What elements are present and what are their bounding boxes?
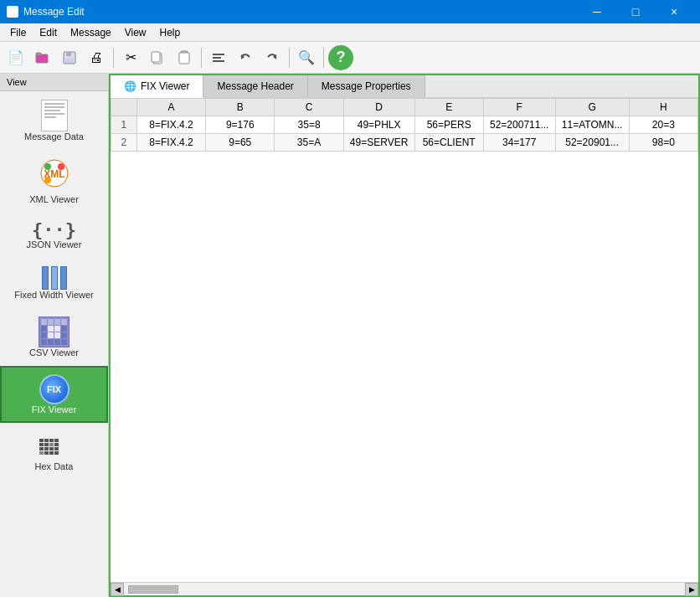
print-button[interactable]: 🖨 (84, 45, 109, 70)
svg-point-16 (44, 163, 51, 170)
col-a[interactable]: A (136, 99, 205, 116)
cell-r1-c4[interactable]: 56=CLIENT (414, 134, 483, 152)
svg-rect-3 (66, 52, 71, 56)
menu-edit[interactable]: Edit (33, 25, 64, 40)
csv-icon (39, 317, 69, 347)
sidebar-item-hex-data[interactable]: Hex Data (0, 423, 108, 480)
cell-r0-c6[interactable]: 11=ATOMN... (555, 116, 629, 134)
cell-r0-c2[interactable]: 35=8 (275, 116, 343, 134)
fixed-width-icon (42, 266, 67, 290)
sidebar-label-fix-viewer: FIX Viewer (32, 404, 77, 414)
sidebar-label-hex-data: Hex Data (35, 461, 74, 471)
sidebar-label-xml-viewer: XML Viewer (29, 194, 79, 204)
sidebar-item-fix-viewer[interactable]: FIX FIX Viewer (0, 366, 108, 423)
separator-1 (113, 48, 114, 68)
close-button[interactable]: × (655, 0, 693, 23)
sidebar-label-message-data: Message Data (24, 131, 84, 142)
tab-message-header[interactable]: Message Header (203, 75, 307, 97)
cell-r1-c0[interactable]: 8=FIX.4.2 (136, 134, 205, 152)
separator-2 (201, 48, 202, 68)
paste-button[interactable] (172, 45, 197, 70)
tab-header-label: Message Header (217, 80, 293, 92)
cell-r0-c1[interactable]: 9=176 (206, 116, 275, 134)
title-bar: Message Edit ─ □ × (0, 0, 700, 23)
cell-r1-c3[interactable]: 49=SERVER (343, 134, 414, 152)
toolbar: 📄 🖨 ✂ 🔍 ? (0, 42, 700, 74)
sidebar-item-message-data[interactable]: Message Data (0, 91, 108, 150)
window-controls: ─ □ × (578, 0, 693, 23)
sidebar-label-json-viewer: JSON Viewer (27, 239, 82, 250)
menu-help[interactable]: Help (153, 25, 188, 40)
cell-r0-c7[interactable]: 20=3 (629, 116, 697, 134)
cell-r0-c0[interactable]: 8=FIX.4.2 (136, 116, 205, 134)
tab-fix-viewer[interactable]: 🌐 FIX Viewer (111, 75, 203, 98)
col-d[interactable]: D (343, 99, 414, 116)
tab-message-properties[interactable]: Message Properties (308, 75, 425, 97)
copy-button[interactable] (145, 45, 170, 70)
sidebar-item-fixed-width[interactable]: Fixed Width Viewer (0, 258, 108, 308)
col-b[interactable]: B (206, 99, 275, 116)
data-grid: A B C D E F G H 18=FIX.4.29=17635=849=PH… (111, 98, 698, 152)
tab-properties-label: Message Properties (322, 80, 411, 92)
tab-bar: 🌐 FIX Viewer Message Header Message Prop… (111, 75, 698, 98)
menu-view[interactable]: View (118, 25, 153, 40)
sidebar-item-csv-viewer[interactable]: CSV Viewer (0, 308, 108, 366)
json-icon: {··} (32, 221, 76, 239)
minimize-button[interactable]: ─ (578, 0, 616, 23)
sidebar-header: View (0, 74, 108, 91)
help-button[interactable]: ? (328, 45, 353, 70)
scroll-thumb[interactable] (128, 585, 178, 594)
window-title: Message Edit (23, 6, 85, 18)
cell-r1-c2[interactable]: 35=A (275, 134, 343, 152)
app-icon (7, 6, 18, 18)
main-container: View Message Data XML (0, 74, 700, 597)
find-button[interactable]: 🔍 (294, 45, 319, 70)
table-row: 18=FIX.4.29=17635=849=PHLX56=PERS52=2007… (111, 116, 698, 134)
open-button[interactable] (30, 45, 55, 70)
separator-4 (323, 48, 324, 68)
new-button[interactable]: 📄 (3, 45, 28, 70)
svg-point-17 (58, 163, 64, 170)
grid-wrapper[interactable]: A B C D E F G H 18=FIX.4.29=17635=849=PH… (111, 98, 698, 582)
tab-fix-icon: 🌐 (124, 80, 136, 92)
maximize-button[interactable]: □ (616, 0, 655, 23)
align-button[interactable] (206, 45, 231, 70)
cell-r1-c5[interactable]: 34=177 (483, 134, 555, 152)
row-number: 1 (111, 116, 137, 134)
sidebar-item-xml-viewer[interactable]: XML XML Viewer (0, 150, 108, 213)
svg-rect-11 (213, 60, 224, 62)
svg-rect-10 (213, 57, 221, 59)
redo-button[interactable] (260, 45, 285, 70)
col-c[interactable]: C (275, 99, 343, 116)
cell-r1-c6[interactable]: 52=20901... (555, 134, 629, 152)
cell-r0-c3[interactable]: 49=PHLX (343, 116, 414, 134)
horizontal-scrollbar[interactable]: ◀ ▶ (111, 582, 698, 595)
menu-message[interactable]: Message (64, 25, 118, 40)
col-h[interactable]: H (629, 99, 697, 116)
menu-bar: File Edit Message View Help (0, 23, 700, 42)
menu-file[interactable]: File (3, 25, 33, 40)
sidebar: View Message Data XML (0, 74, 109, 597)
cell-r1-c1[interactable]: 9=65 (206, 134, 275, 152)
sidebar-label-csv-viewer: CSV Viewer (29, 347, 79, 358)
separator-3 (289, 48, 290, 68)
row-number: 2 (111, 134, 137, 152)
svg-rect-8 (179, 53, 189, 64)
cell-r0-c5[interactable]: 52=200711... (483, 116, 555, 134)
sidebar-item-json-viewer[interactable]: {··} JSON Viewer (0, 213, 108, 258)
save-button[interactable] (57, 45, 82, 70)
svg-rect-4 (65, 59, 74, 63)
sidebar-label-fixed-width: Fixed Width Viewer (14, 290, 94, 300)
scroll-left[interactable]: ◀ (111, 583, 124, 596)
cell-r0-c4[interactable]: 56=PERS (414, 116, 483, 134)
cell-r1-c7[interactable]: 98=0 (629, 134, 697, 152)
cut-button[interactable]: ✂ (118, 45, 143, 70)
svg-rect-6 (152, 52, 160, 62)
col-e[interactable]: E (414, 99, 483, 116)
col-f[interactable]: F (483, 99, 555, 116)
undo-button[interactable] (233, 45, 258, 70)
svg-point-18 (44, 177, 51, 183)
col-g[interactable]: G (555, 99, 629, 116)
scroll-right[interactable]: ▶ (685, 583, 698, 596)
svg-rect-9 (213, 54, 224, 55)
